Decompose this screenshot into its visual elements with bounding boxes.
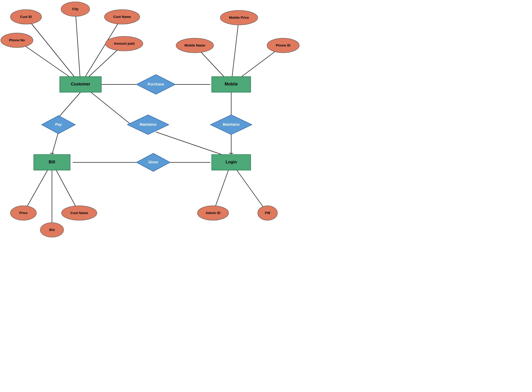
er-diagram xyxy=(0,0,332,247)
